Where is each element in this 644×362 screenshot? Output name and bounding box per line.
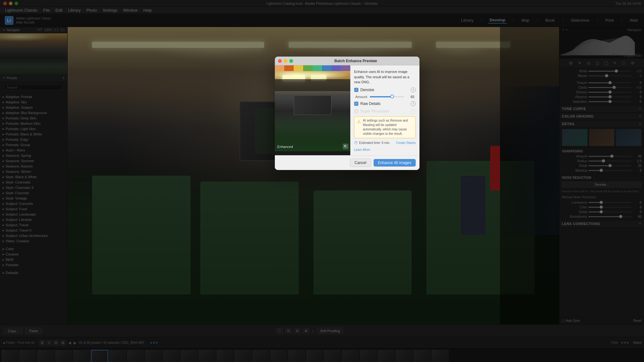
modal-titlebar: Batch Enhance Preview [275, 57, 419, 65]
modal-body: Enhanced 🔍 Enhance uses AI to improve im… [275, 65, 419, 155]
enhance-button[interactable]: Enhance 40 images [374, 159, 416, 167]
modal-minimize-button[interactable] [284, 59, 287, 63]
modal-preview-area: Enhanced 🔍 [275, 65, 350, 155]
super-resolution-row: Super Resolution i [354, 109, 416, 114]
amount-row: Amount 65 [354, 95, 416, 99]
modal-maximize-button[interactable] [289, 59, 293, 63]
modal-color-bar [275, 65, 350, 71]
denoise-label: Denoise [360, 88, 374, 92]
batch-enhance-modal: Batch Enhance Preview [275, 57, 419, 170]
amount-label: Amount [355, 95, 367, 99]
modal-warning: ⚠ AI settings such as Remove and Masking… [354, 116, 416, 138]
create-stacks-link[interactable]: Create Stacks [396, 141, 416, 145]
denoise-row: ✓ Denoise i [354, 87, 416, 92]
amount-slider[interactable] [370, 96, 404, 97]
modal-preview-zoom[interactable]: 🔍 [343, 144, 348, 149]
modal-preview-label: Enhanced [277, 145, 293, 149]
raw-details-info-icon[interactable]: i [411, 101, 416, 106]
modal-description: Enhance uses AI to improve image quality… [354, 69, 416, 85]
raw-details-label: Raw Details [360, 101, 380, 106]
learn-more-link[interactable]: Learn More [354, 148, 370, 151]
denoise-checkbox[interactable]: ✓ [354, 88, 358, 92]
modal-footer: Cancel Enhance 40 images [275, 155, 419, 170]
raw-details-checkbox[interactable]: ✓ [354, 101, 358, 106]
modal-title: Batch Enhance Preview [295, 59, 416, 63]
modal-close-button[interactable] [278, 59, 282, 63]
super-resolution-info-icon[interactable]: i [411, 109, 416, 114]
modal-overlay: Batch Enhance Preview [0, 0, 644, 362]
cancel-button[interactable]: Cancel [350, 159, 371, 167]
time-estimate: Estimated time: 6 min. [359, 141, 390, 145]
super-resolution-label: Super Resolution [360, 109, 389, 113]
warning-text: AI settings such as Remove and Masking w… [363, 118, 413, 136]
super-resolution-checkbox[interactable] [354, 109, 358, 113]
warning-icon: ⚠ [357, 119, 361, 125]
denoise-info-icon[interactable]: i [411, 87, 416, 92]
raw-details-row: ✓ Raw Details i [354, 101, 416, 106]
amount-value: 65 [407, 95, 414, 99]
modal-controls: Enhance uses AI to improve image quality… [350, 65, 419, 155]
time-icon: ⏱ [354, 141, 358, 145]
modal-preview-image: Enhanced 🔍 [275, 71, 350, 151]
time-row: ⏱ Estimated time: 6 min. Create Stacks [354, 141, 416, 145]
